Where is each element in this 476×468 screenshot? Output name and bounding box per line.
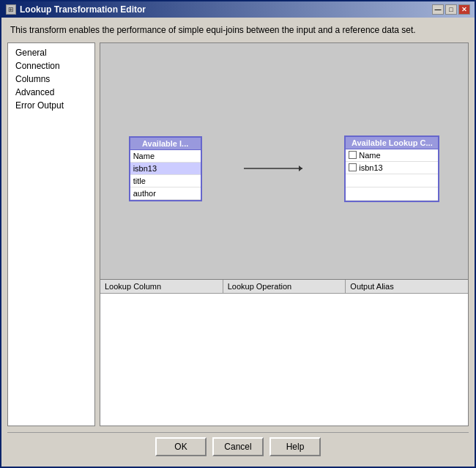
minimize-button[interactable]: —	[432, 4, 444, 15]
table-body	[100, 294, 468, 426]
input-title-label: title	[133, 177, 146, 185]
input-author-label: author	[133, 189, 156, 198]
main-window: ⊞ Lookup Transformation Editor — □ ✕ Thi…	[0, 0, 476, 468]
available-lookup-header: Available Lookup C...	[346, 137, 438, 149]
sidebar-item-error-output[interactable]: Error Output	[8, 99, 94, 112]
bottom-table: Lookup Column Lookup Operation Output Al…	[100, 279, 468, 426]
lookup-row-empty2	[346, 187, 438, 201]
main-area: General Connection Columns Advanced Erro…	[7, 42, 469, 426]
col-lookup-operation: Lookup Operation	[223, 280, 346, 293]
input-name-label: Name	[133, 152, 155, 160]
close-button[interactable]: ✕	[458, 4, 470, 15]
lookup-row-empty1	[346, 174, 438, 187]
diagram-inner: Available I... Name isbn13 title	[108, 51, 461, 272]
connector-svg	[244, 154, 302, 183]
sidebar-item-general[interactable]: General	[8, 46, 94, 59]
window-body: This transform enables the performance o…	[1, 18, 475, 467]
title-buttons: — □ ✕	[432, 4, 470, 15]
content-area: Available I... Name isbn13 title	[100, 42, 469, 426]
input-row-title[interactable]: title	[130, 175, 201, 187]
lookup-isbn13-label: isbn13	[359, 163, 382, 172]
title-bar: ⊞ Lookup Transformation Editor — □ ✕	[1, 1, 475, 18]
maximize-button[interactable]: □	[445, 4, 457, 15]
lookup-name-label: Name	[359, 151, 380, 160]
lookup-isbn13-checkbox[interactable]	[349, 163, 357, 171]
table-header: Lookup Column Lookup Operation Output Al…	[100, 280, 468, 294]
available-lookup-box: Available Lookup C... Name isbn13	[344, 135, 439, 202]
cancel-button[interactable]: Cancel	[212, 437, 264, 456]
window-title: Lookup Transformation Editor	[20, 4, 146, 15]
window-icon: ⊞	[6, 4, 16, 15]
svg-marker-1	[299, 166, 302, 171]
sidebar-item-connection[interactable]: Connection	[8, 59, 94, 73]
col-lookup-column: Lookup Column	[100, 280, 223, 293]
lookup-name-checkbox[interactable]	[349, 151, 357, 159]
ok-button[interactable]: OK	[155, 437, 207, 456]
lookup-row-name[interactable]: Name	[346, 149, 438, 162]
description-text: This transform enables the performance o…	[7, 23, 469, 37]
col-output-alias: Output Alias	[346, 280, 468, 293]
input-row-name[interactable]: Name	[130, 150, 201, 163]
footer: OK Cancel Help	[7, 432, 469, 461]
available-input-box: Available I... Name isbn13 title	[129, 136, 202, 201]
sidebar-item-advanced[interactable]: Advanced	[8, 86, 94, 99]
diagram-area: Available I... Name isbn13 title	[100, 43, 468, 279]
input-row-author[interactable]: author	[130, 187, 201, 200]
sidebar-item-columns[interactable]: Columns	[8, 73, 94, 86]
sidebar: General Connection Columns Advanced Erro…	[7, 42, 95, 426]
title-bar-left: ⊞ Lookup Transformation Editor	[6, 4, 146, 15]
available-input-header: Available I...	[130, 138, 201, 150]
lookup-row-isbn13[interactable]: isbn13	[346, 162, 438, 174]
help-button[interactable]: Help	[269, 437, 321, 456]
input-row-isbn13[interactable]: isbn13	[130, 163, 201, 175]
input-isbn13-label: isbn13	[133, 164, 157, 173]
